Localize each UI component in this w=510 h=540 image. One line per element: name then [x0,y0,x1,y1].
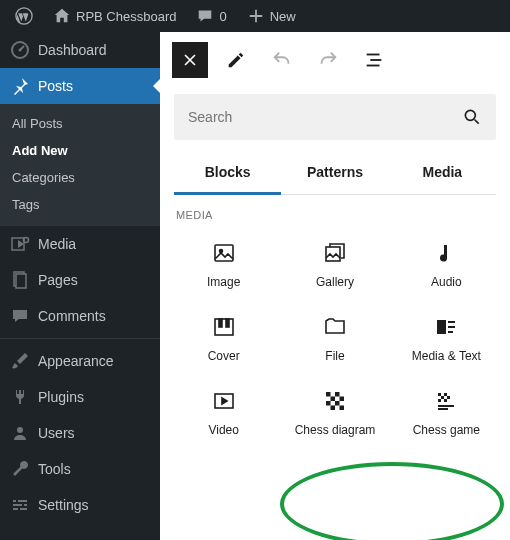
site-title: RPB Chessboard [76,9,176,24]
submenu-categories[interactable]: Categories [0,164,160,191]
block-label: Cover [208,349,240,363]
block-audio[interactable]: Audio [391,231,502,297]
edit-tool-button[interactable] [218,42,254,78]
block-media-text[interactable]: Media & Text [391,305,502,371]
svg-rect-17 [226,319,229,327]
svg-rect-9 [370,59,381,61]
block-cover[interactable]: Cover [168,305,279,371]
svg-rect-6 [16,274,26,288]
cover-icon [212,315,236,339]
block-label: File [325,349,344,363]
block-label: Image [207,275,240,289]
redo-button[interactable] [310,42,346,78]
new-content-button[interactable]: New [240,0,303,32]
svg-rect-23 [326,392,331,397]
tab-patterns[interactable]: Patterns [281,154,388,194]
sidebar-item-comments[interactable]: Comments [0,298,160,334]
sidebar-item-label: Posts [38,78,73,94]
block-gallery[interactable]: Gallery [279,231,390,297]
sidebar-item-plugins[interactable]: Plugins [0,379,160,415]
new-label: New [270,9,296,24]
sidebar-item-label: Pages [38,272,78,288]
block-search[interactable] [174,94,496,140]
media-text-icon [434,315,458,339]
sidebar-item-users[interactable]: Users [0,415,160,451]
svg-rect-15 [215,319,233,335]
pencil-icon [225,49,247,71]
sidebar-item-label: Comments [38,308,106,324]
block-label: Video [208,423,238,437]
tab-media[interactable]: Media [389,154,496,194]
undo-icon [271,49,293,71]
redo-icon [317,49,339,71]
submenu-all-posts[interactable]: All Posts [0,110,160,137]
svg-rect-33 [441,396,444,399]
comments-button[interactable]: 0 [189,0,233,32]
sidebar-item-settings[interactable]: Settings [0,487,160,523]
svg-rect-31 [438,393,441,396]
file-icon [323,315,347,339]
svg-rect-37 [438,405,454,407]
wp-admin-bar: RPB Chessboard 0 New [0,0,510,32]
sidebar-item-label: Users [38,425,75,441]
sidebar-item-dashboard[interactable]: Dashboard [0,32,160,68]
svg-rect-20 [448,326,455,328]
undo-button[interactable] [264,42,300,78]
submenu-add-new[interactable]: Add New [0,137,160,164]
block-video[interactable]: Video [168,379,279,445]
svg-rect-8 [367,54,380,56]
search-icon [462,107,482,127]
brush-icon [10,351,30,371]
svg-rect-36 [444,399,447,402]
svg-rect-18 [437,320,446,334]
gallery-icon [323,241,347,265]
pages-icon [10,270,30,290]
svg-rect-32 [444,393,447,396]
svg-point-4 [24,238,29,243]
sidebar-item-label: Settings [38,497,89,513]
block-chess-diagram[interactable]: Chess diagram [279,379,390,445]
svg-rect-26 [339,397,344,402]
comment-icon [10,306,30,326]
svg-rect-29 [330,406,335,411]
sidebar-item-tools[interactable]: Tools [0,451,160,487]
block-chess-game[interactable]: Chess game [391,379,502,445]
chess-game-icon [434,389,458,413]
tab-blocks[interactable]: Blocks [174,154,281,195]
block-file[interactable]: File [279,305,390,371]
block-image[interactable]: Image [168,231,279,297]
sidebar-item-label: Appearance [38,353,114,369]
search-input[interactable] [188,109,462,125]
site-home-button[interactable]: RPB Chessboard [46,0,183,32]
close-icon [180,50,200,70]
svg-rect-16 [219,319,222,327]
audio-icon [434,241,458,265]
submenu-tags[interactable]: Tags [0,191,160,218]
document-outline-button[interactable] [356,42,392,78]
svg-rect-38 [438,408,448,410]
sidebar-item-pages[interactable]: Pages [0,262,160,298]
comments-count: 0 [219,9,226,24]
plug-icon [10,387,30,407]
svg-point-11 [465,110,475,120]
home-icon [53,7,71,25]
block-label: Chess diagram [295,423,376,437]
svg-point-2 [19,49,22,52]
svg-rect-14 [326,247,340,261]
sidebar-item-label: Media [38,236,76,252]
wp-logo-button[interactable] [8,0,40,32]
sidebar-item-posts[interactable]: Posts [0,68,160,104]
sidebar-item-appearance[interactable]: Appearance [0,343,160,379]
editor-toolbar [160,32,510,88]
svg-rect-21 [448,331,453,333]
svg-rect-27 [326,401,331,406]
wordpress-icon [15,7,33,25]
svg-rect-35 [438,399,441,402]
close-inserter-button[interactable] [172,42,208,78]
users-icon [10,423,30,443]
sidebar-item-media[interactable]: Media [0,226,160,262]
sidebar-item-label: Plugins [38,389,84,405]
svg-rect-24 [335,392,340,397]
svg-rect-34 [447,396,450,399]
svg-rect-28 [335,401,340,406]
